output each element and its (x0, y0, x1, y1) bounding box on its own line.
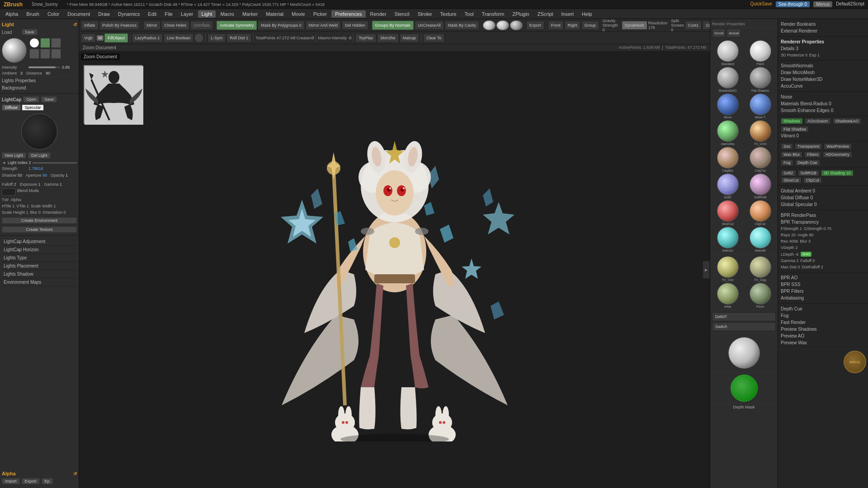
refresh-icon[interactable]: ↺ (73, 22, 77, 27)
toy-plas-btn[interactable]: ToyPlas (355, 33, 376, 42)
save-light-btn[interactable]: Save (22, 29, 38, 35)
fog-item[interactable]: Fog (781, 312, 865, 319)
menu-zplugin[interactable]: ZPlugin (509, 10, 533, 18)
light-icon-4[interactable] (29, 49, 39, 59)
bpr-ao-item[interactable]: BPR AO (781, 274, 865, 281)
menu-tool[interactable]: Tool (461, 10, 477, 18)
light-icon-1[interactable] (29, 38, 39, 48)
mat-paint[interactable]: Paint (745, 40, 776, 66)
softrgb-btn[interactable]: SoftRGB (798, 170, 820, 176)
l-sym-btn[interactable]: L-Sym (208, 33, 226, 42)
mat-damosta[interactable]: DamoSta (712, 120, 743, 145)
mat-softrgb[interactable]: SoftRGB (745, 174, 776, 199)
cust1-btn[interactable]: Cust1 (685, 21, 702, 30)
clear-to-btn[interactable]: Clear To (423, 33, 444, 42)
accucurve-item[interactable]: AccuCurve (781, 83, 865, 89)
render-booleans-item[interactable]: Render Booleans (781, 21, 865, 28)
smooth-normals-item[interactable]: SmoothNormals (781, 62, 865, 69)
preview-shadows-item[interactable]: Preview Shadows (781, 326, 865, 333)
softz-btn[interactable]: SoftZ (781, 170, 796, 176)
save-lc-btn[interactable]: Save (41, 96, 57, 103)
mat-infiat[interactable]: Infiat (712, 283, 743, 308)
skin-she-btn[interactable]: SkinShe (377, 33, 399, 42)
menus-label[interactable]: Menus (813, 1, 832, 7)
see-through-label[interactable]: See-through 0 (776, 1, 810, 7)
irender-btn[interactable]: 3D Shading 10 (821, 170, 854, 176)
mat-flat-shadow[interactable]: Flat Shadow (745, 67, 776, 92)
group-btn[interactable]: Group (581, 21, 599, 30)
mat-selectr[interactable]: SelectR (745, 227, 776, 252)
fog-btn[interactable]: Fog (781, 160, 793, 166)
menu-brush[interactable]: Brush (23, 10, 43, 18)
mat-slicecut[interactable]: SliceCut (712, 200, 743, 225)
menu-transform[interactable]: Transform (478, 10, 508, 18)
menu-document[interactable]: Document (64, 10, 94, 18)
mat-sphere-3[interactable] (510, 20, 523, 30)
menu-light[interactable]: Light (198, 10, 216, 18)
lightcap-preview[interactable] (21, 113, 57, 150)
menu-alpha[interactable]: Alpha (2, 10, 22, 18)
ep-btn[interactable]: Ep (42, 478, 53, 484)
mat-claytut[interactable]: ClayTut (745, 147, 776, 172)
menu-picker[interactable]: Picker (310, 10, 331, 18)
polish-by-features-btn[interactable]: Polish By Features (99, 21, 140, 30)
menu-insert[interactable]: Insert (558, 10, 578, 18)
uncreaseall-btn[interactable]: UnCreaseAll (415, 21, 444, 30)
menu-stencil[interactable]: Stencil (391, 10, 413, 18)
open-btn[interactable]: Open (23, 96, 39, 103)
live-boolean-btn[interactable]: Live Boolean (164, 33, 193, 42)
draw-noisemaker-item[interactable]: Draw NoiseMaker3D (781, 76, 865, 83)
roll-dist-btn[interactable]: Roll Dist 1 (226, 33, 251, 42)
del-mt-btn[interactable]: DelMT (712, 312, 776, 321)
bpr-transparency-item[interactable]: BPR Transparency (781, 219, 865, 225)
matcap-btn[interactable]: Matcap (400, 33, 420, 42)
antialiasing-item[interactable]: Antialiasing (781, 295, 865, 301)
mat-tx-uvh[interactable]: TX_UVH (745, 120, 776, 145)
right-btn[interactable]: Right (565, 21, 580, 30)
menu-texture[interactable]: Texture (436, 10, 460, 18)
wax-preview-btn[interactable]: WaxPreview (824, 143, 852, 150)
lightcap-adjustment-item[interactable]: LightCap Adjustment (2, 238, 77, 246)
mirror-btn[interactable]: Mirror (143, 21, 160, 30)
mat-sphere-2[interactable] (496, 20, 509, 30)
uninflate-btn[interactable]: UnInflate (190, 21, 213, 30)
lightcap-horizon-item[interactable]: LightCap Horizon (2, 246, 77, 254)
aocclusion-btn[interactable]: AOcclusion (805, 118, 831, 124)
bpr-filters-item[interactable]: BPR Filters (781, 288, 865, 295)
activate-symmetry-btn[interactable]: Activate Symmetry (217, 21, 257, 30)
export-btn[interactable]: Export (526, 21, 544, 30)
lights-shadow-item[interactable]: Lights Shadow (2, 270, 77, 278)
diffuse-tab[interactable]: Diffuse (2, 104, 21, 111)
front-btn[interactable]: Front (548, 21, 564, 30)
del-hidden-btn[interactable]: Del Hidden (342, 21, 368, 30)
menu-edit[interactable]: Edit (144, 10, 160, 18)
menu-draw[interactable]: Draw (94, 10, 113, 18)
fill-object-btn[interactable]: FillObject (104, 33, 128, 42)
clipcut-btn[interactable]: ClipCut (803, 177, 822, 183)
create-texture-btn[interactable]: Create Texture (2, 226, 77, 233)
mat-standard[interactable]: Standard (712, 40, 743, 66)
light-icon-2[interactable] (40, 38, 50, 48)
menu-render[interactable]: Render (367, 10, 390, 18)
alpha-refresh-icon[interactable]: ↺ (73, 471, 77, 476)
switch-btn[interactable]: Switch (712, 322, 776, 331)
shadowao-btn[interactable]: Shadow&AO (833, 118, 862, 124)
mat-tx-clot[interactable]: TX_Clot (712, 256, 743, 282)
wax-blur-btn[interactable]: Wax Blur (781, 151, 802, 158)
mat-move-t[interactable]: Move T (745, 94, 776, 119)
light-icon-6[interactable] (51, 49, 61, 59)
transparent-btn[interactable]: Transparent (795, 143, 822, 150)
groups-by-normals-btn[interactable]: Groups By Normals (372, 21, 414, 30)
blend-mode-label[interactable]: Blend Mode (17, 188, 39, 196)
default-script-label[interactable]: Default2Script (836, 1, 864, 7)
menu-file[interactable]: File (161, 10, 176, 18)
close-holes-btn[interactable]: Close Holes (161, 21, 190, 30)
smooth-enhance-item[interactable]: Smooth Enhance Edges 0 (781, 107, 865, 114)
light-icon-5[interactable] (40, 49, 50, 59)
light-sphere[interactable] (2, 38, 27, 63)
menu-color[interactable]: Color (44, 10, 63, 18)
specular-tab[interactable]: Specular (22, 104, 44, 111)
slicecut-btn[interactable]: SliceCut (781, 177, 802, 183)
menu-marker[interactable]: Marker (239, 10, 261, 18)
menu-zscript[interactable]: ZScript (534, 10, 557, 18)
